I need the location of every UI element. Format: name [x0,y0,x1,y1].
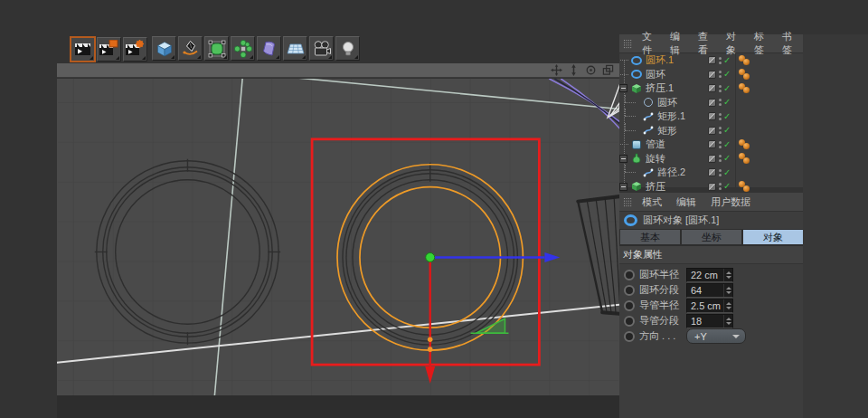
visibility-dots[interactable] [719,155,722,162]
spline-pen-icon [182,40,200,58]
light-button[interactable] [335,36,360,61]
keyframe-circle-icon[interactable] [624,300,635,311]
enabled-check-icon[interactable]: ✓ [723,98,731,107]
layer-toggle[interactable] [708,168,716,176]
layer-toggle[interactable] [708,71,716,79]
visibility-dots[interactable] [719,71,722,78]
tree-row-circle-spline[interactable]: 圆环 ✓ [619,96,803,110]
spinner-arrows-icon[interactable] [723,269,732,281]
enabled-check-icon[interactable]: ✓ [723,182,731,191]
modeling-toolbar [152,36,360,61]
spline-icon [642,124,655,137]
tab-basic[interactable]: 基本 [620,230,680,244]
orientation-dropdown[interactable]: +Y [686,328,746,344]
enabled-check-icon[interactable]: ✓ [723,140,731,149]
tree-row-extrude-1[interactable]: 挤压.1 ✓ [619,81,803,96]
tree-row-path-2[interactable]: 路径.2 ✓ [619,166,803,180]
section-object-properties: 对象属性 [619,246,803,264]
spinner-arrows-icon[interactable] [723,284,732,297]
render-settings-button[interactable] [123,37,147,62]
visibility-dots[interactable] [719,127,722,134]
enabled-check-icon[interactable]: ✓ [723,56,731,65]
add-cube-button[interactable] [152,36,176,61]
am-menu-edit[interactable]: 编辑 [669,195,703,209]
tree-row-rectangle[interactable]: 矩形 ✓ [619,124,803,138]
keyframe-circle-icon[interactable] [624,270,635,280]
layer-toggle[interactable] [708,140,716,148]
tab-coordinates[interactable]: 坐标 [682,230,741,244]
visibility-dots[interactable] [719,169,722,176]
collapse-box[interactable] [619,155,627,163]
subdivision-icon [208,40,226,58]
tree-row-lathe[interactable]: 旋转 ✓ [619,152,803,166]
enabled-check-icon[interactable]: ✓ [723,112,731,121]
deformer-icon [260,40,278,58]
tree-row-torus[interactable]: 圆环 ✓ [619,68,803,82]
draw-spline-button[interactable] [178,36,203,61]
tree-row-torus-1[interactable]: 圆环.1 ✓ [619,53,803,68]
visibility-dots[interactable] [719,57,722,64]
tree-row-tube[interactable]: 管道 ✓ [619,138,803,152]
object-title: 圆环对象 [圆环.1] [643,214,719,227]
layer-toggle[interactable] [708,99,716,107]
floor-button[interactable] [283,36,307,61]
move-icon[interactable] [551,64,562,76]
radius-handle-inner[interactable] [428,337,433,342]
layer-toggle[interactable] [708,56,716,64]
radius-handle-outer[interactable] [428,347,433,352]
field-pipe-segments: 导管分段 18 [619,313,803,328]
layer-toggle[interactable] [708,127,716,135]
dolly-icon[interactable] [568,64,580,76]
enabled-check-icon[interactable]: ✓ [723,168,731,177]
subdivision-surface-button[interactable] [204,36,229,61]
tree-row-rectangle-1[interactable]: 矩形.1 ✓ [619,109,803,124]
keyframe-circle-icon[interactable] [624,285,635,296]
rotate-icon[interactable] [585,64,597,76]
visibility-dots[interactable] [719,99,722,106]
am-menu-mode[interactable]: 模式 [635,195,669,209]
layer-toggle[interactable] [708,183,716,191]
attribute-manager: 模式 编辑 用户数据 圆环对象 [圆环.1] 基本 坐标 对象 对象属性 圆环半… [619,193,803,418]
array-button[interactable] [231,36,255,61]
keyframe-circle-icon[interactable] [624,316,635,327]
deformer-button[interactable] [257,36,281,61]
camera-button[interactable] [309,36,334,61]
layer-toggle[interactable] [708,84,716,92]
pipe-radius-input[interactable]: 2.5 cm [686,299,733,313]
toggle-view-icon[interactable] [602,64,614,76]
viewport-canvas[interactable] [57,79,619,395]
visibility-dots[interactable] [719,85,722,92]
extrude-icon [630,180,643,193]
enabled-check-icon[interactable]: ✓ [723,126,731,135]
torus-icon [630,68,643,81]
collapse-box[interactable] [619,84,627,92]
am-menu-userdata[interactable]: 用户数据 [703,195,758,209]
spinner-arrows-icon[interactable] [723,299,732,312]
visibility-dots[interactable] [719,141,722,148]
object-origin-handle[interactable] [426,252,435,261]
enabled-check-icon[interactable]: ✓ [723,84,731,93]
spinner-arrows-icon[interactable] [723,315,732,328]
ring-segments-input[interactable]: 64 [686,283,733,298]
object-title-row: 圆环对象 [圆环.1] [619,212,803,229]
panel-grip-icon[interactable] [623,197,633,207]
enabled-check-icon[interactable]: ✓ [723,70,731,79]
ring-radius-input[interactable]: 22 cm [686,268,733,282]
field-orientation: 方向 . . . +Y [619,328,803,344]
attribute-tabs: 基本 坐标 对象 [619,229,803,246]
pipe-segments-input[interactable]: 18 [686,314,733,328]
enabled-check-icon[interactable]: ✓ [723,154,731,163]
layer-toggle[interactable] [708,155,716,163]
viewport-header [57,63,619,78]
tab-object[interactable]: 对象 [743,230,803,244]
tube-icon [630,138,643,151]
visibility-dots[interactable] [719,183,722,190]
tree-row-extrude[interactable]: 挤压 ✓ [619,180,803,195]
render-view-button[interactable] [71,37,95,62]
keyframe-circle-icon[interactable] [624,331,635,342]
render-region-button[interactable] [97,37,121,62]
panel-grip-icon[interactable] [623,39,633,49]
layer-toggle[interactable] [708,112,716,120]
visibility-dots[interactable] [719,113,722,120]
collapse-box[interactable] [619,183,627,191]
